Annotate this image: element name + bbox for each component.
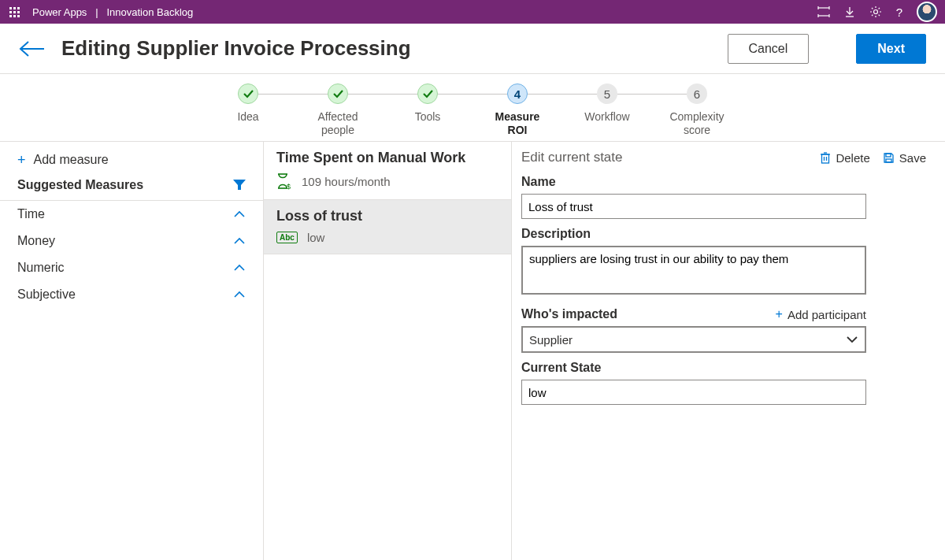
measure-value: low bbox=[307, 231, 325, 244]
current-state-label: Current State bbox=[521, 361, 926, 375]
measures-list: Time Spent on Manual Work$109 hours/mont… bbox=[264, 142, 512, 560]
step-affected-people[interactable]: Affectedpeople bbox=[293, 83, 383, 137]
category-subjective[interactable]: Subjective bbox=[0, 281, 263, 308]
check-icon bbox=[417, 83, 438, 104]
category-label: Money bbox=[17, 234, 55, 248]
delete-button[interactable]: Delete bbox=[820, 151, 869, 165]
category-label: Numeric bbox=[17, 261, 65, 275]
editor-heading: Edit current state bbox=[521, 150, 623, 165]
hourglass-icon: $ bbox=[276, 172, 292, 190]
category-money[interactable]: Money bbox=[0, 228, 263, 254]
step-label: Affectedpeople bbox=[317, 110, 358, 137]
delete-label: Delete bbox=[836, 151, 869, 165]
topbar-separator: | bbox=[95, 6, 98, 18]
plus-icon: + bbox=[17, 153, 26, 167]
impacted-label: Who's impacted bbox=[521, 307, 617, 321]
svg-rect-19 bbox=[886, 154, 891, 157]
name-field[interactable] bbox=[521, 194, 866, 219]
svg-rect-14 bbox=[822, 154, 829, 163]
chevron-down-icon bbox=[846, 336, 858, 343]
add-measure-button[interactable]: + Add measure bbox=[0, 148, 263, 173]
step-label: Tools bbox=[415, 110, 441, 124]
step-tools[interactable]: Tools bbox=[383, 83, 472, 124]
trash-icon bbox=[820, 151, 831, 164]
step-label: Complexityscore bbox=[669, 110, 724, 137]
svg-marker-10 bbox=[233, 180, 246, 190]
app-topbar: Power Apps | Innovation Backlog ? bbox=[0, 0, 945, 24]
step-workflow[interactable]: 5Workflow bbox=[562, 83, 652, 124]
chevron-up-icon bbox=[233, 264, 246, 272]
suggested-measures-heading: Suggested Measures bbox=[17, 178, 143, 192]
step-complexity-score[interactable]: 6Complexityscore bbox=[652, 83, 742, 137]
add-measure-label: Add measure bbox=[34, 153, 109, 167]
abc-icon: Abc bbox=[276, 232, 298, 243]
save-label: Save bbox=[899, 151, 926, 165]
current-state-field[interactable] bbox=[521, 380, 866, 405]
next-button[interactable]: Next bbox=[856, 34, 926, 64]
svg-point-8 bbox=[873, 10, 877, 14]
step-number: 4 bbox=[507, 83, 528, 104]
back-arrow-icon[interactable] bbox=[19, 40, 46, 57]
category-label: Time bbox=[17, 207, 45, 221]
description-label: Description bbox=[521, 227, 926, 241]
wizard-stepper: IdeaAffectedpeopleTools4MeasureROI5Workf… bbox=[0, 74, 945, 142]
step-label: Idea bbox=[237, 110, 258, 124]
measure-item[interactable]: Time Spent on Manual Work$109 hours/mont… bbox=[264, 142, 511, 200]
measure-value: 109 hours/month bbox=[302, 175, 391, 188]
app-context: Innovation Backlog bbox=[106, 6, 193, 18]
save-button[interactable]: Save bbox=[883, 151, 926, 165]
fit-to-window-icon[interactable] bbox=[817, 6, 830, 17]
impacted-select[interactable]: Supplier bbox=[521, 326, 866, 353]
measure-title: Time Spent on Manual Work bbox=[276, 150, 498, 166]
save-icon bbox=[883, 152, 895, 164]
measure-editor: Edit current state Delete bbox=[512, 142, 945, 560]
add-participant-label: Add participant bbox=[788, 308, 866, 321]
category-label: Subjective bbox=[17, 287, 76, 302]
page-title: Editing Supplier Invoice Processing bbox=[61, 36, 712, 61]
name-label: Name bbox=[521, 175, 926, 189]
measure-item[interactable]: Loss of trustAbclow bbox=[264, 200, 511, 254]
check-icon bbox=[328, 83, 348, 104]
svg-rect-20 bbox=[886, 159, 891, 162]
step-label: Workflow bbox=[584, 110, 629, 124]
page-header: Editing Supplier Invoice Processing Canc… bbox=[0, 24, 945, 74]
gear-icon[interactable] bbox=[869, 6, 882, 18]
filter-icon[interactable] bbox=[233, 180, 246, 191]
step-number: 5 bbox=[597, 83, 617, 104]
help-icon[interactable]: ? bbox=[896, 6, 902, 19]
app-name: Power Apps bbox=[32, 6, 87, 18]
measure-title: Loss of trust bbox=[276, 208, 498, 224]
chevron-up-icon bbox=[233, 291, 246, 299]
description-field[interactable] bbox=[521, 246, 866, 295]
step-idea[interactable]: Idea bbox=[203, 83, 293, 124]
app-launcher-icon[interactable] bbox=[8, 6, 21, 19]
chevron-up-icon bbox=[233, 237, 246, 245]
step-number: 6 bbox=[687, 83, 707, 104]
step-measure-roi[interactable]: 4MeasureROI bbox=[472, 83, 562, 137]
category-time[interactable]: Time bbox=[0, 201, 263, 228]
category-numeric[interactable]: Numeric bbox=[0, 254, 263, 281]
measures-sidebar: + Add measure Suggested Measures TimeMon… bbox=[0, 142, 264, 560]
plus-icon: + bbox=[776, 307, 783, 321]
add-participant-button[interactable]: + Add participant bbox=[776, 307, 866, 321]
avatar[interactable] bbox=[917, 2, 937, 22]
step-label: MeasureROI bbox=[495, 110, 540, 137]
impacted-value: Supplier bbox=[529, 333, 573, 347]
cancel-button[interactable]: Cancel bbox=[728, 34, 810, 64]
check-icon bbox=[238, 83, 258, 104]
svg-text:$: $ bbox=[287, 183, 291, 190]
download-icon[interactable] bbox=[844, 6, 855, 17]
chevron-up-icon bbox=[233, 210, 246, 218]
